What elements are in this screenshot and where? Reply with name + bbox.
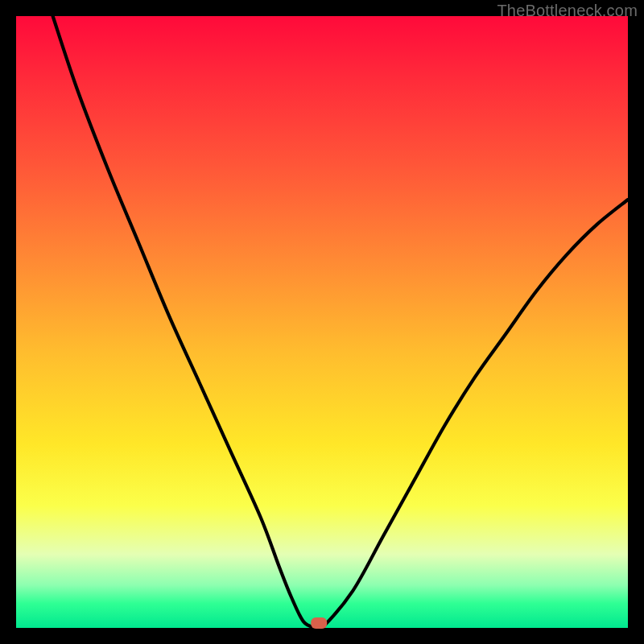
bottleneck-curve-path: [53, 16, 628, 631]
chart-frame: TheBottleneck.com: [0, 0, 644, 644]
chart-svg: [16, 16, 628, 628]
plot-area: [16, 16, 628, 628]
optimal-marker: [311, 617, 327, 629]
watermark-text: TheBottleneck.com: [497, 2, 638, 20]
